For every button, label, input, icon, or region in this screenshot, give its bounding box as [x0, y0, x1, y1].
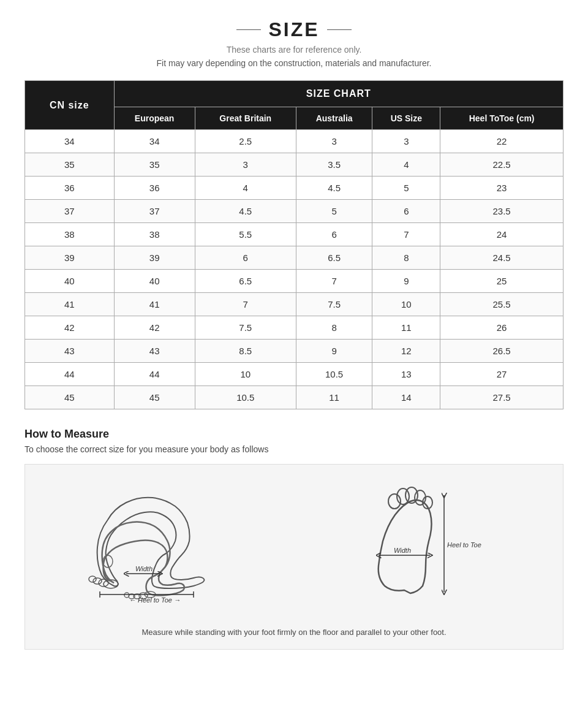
how-to-title: How to Measure — [24, 428, 564, 441]
size-cell: 11 — [372, 316, 440, 340]
size-chart-table: CN size SIZE CHART EuropeanGreat Britain… — [24, 80, 564, 409]
size-cell: 3.5 — [296, 153, 372, 177]
size-cell: 2.5 — [195, 130, 296, 153]
table-row: 454510.5111427.5 — [25, 386, 564, 409]
size-cell: 34 — [114, 130, 195, 153]
diagram-caption: Measure while standing with your foot fi… — [141, 628, 446, 637]
size-cell: 9 — [372, 270, 440, 293]
table-row: 37374.55623.5 — [25, 200, 564, 223]
col-header-1: Great Britain — [195, 107, 296, 130]
size-cell: 7.5 — [296, 293, 372, 316]
size-cell: 45 — [114, 386, 195, 409]
size-cell: 23 — [440, 177, 564, 200]
size-cell: 10.5 — [296, 363, 372, 386]
table-row: 43438.591226.5 — [25, 340, 564, 363]
size-cell: 6 — [195, 246, 296, 270]
subtitle1: These charts are for reference only. — [24, 45, 564, 55]
size-cell: 44 — [114, 363, 195, 386]
size-cell: 8 — [296, 316, 372, 340]
size-cell: 13 — [372, 363, 440, 386]
cn-size-cell: 40 — [25, 270, 115, 293]
col-header-0: European — [114, 107, 195, 130]
size-cell: 12 — [372, 340, 440, 363]
size-cell: 3 — [195, 153, 296, 177]
size-cell: 39 — [114, 246, 195, 270]
table-row: 363644.5523 — [25, 177, 564, 200]
size-cell: 4 — [195, 177, 296, 200]
size-cell: 7 — [372, 223, 440, 246]
size-cell: 22.5 — [440, 153, 564, 177]
size-cell: 24.5 — [440, 246, 564, 270]
cn-size-cell: 39 — [25, 246, 115, 270]
size-cell: 43 — [114, 340, 195, 363]
size-cell: 4.5 — [296, 177, 372, 200]
size-cell: 5.5 — [195, 223, 296, 246]
title-section: SIZE These charts are for reference only… — [24, 18, 564, 68]
size-cell: 27.5 — [440, 386, 564, 409]
size-cell: 6.5 — [296, 246, 372, 270]
size-cell: 5 — [372, 177, 440, 200]
size-cell: 35 — [114, 153, 195, 177]
col-header-2: Australia — [296, 107, 372, 130]
cn-size-cell: 36 — [25, 177, 115, 200]
size-cell: 9 — [296, 340, 372, 363]
size-cell: 10 — [195, 363, 296, 386]
title-line-left — [236, 29, 261, 30]
size-cell: 25 — [440, 270, 564, 293]
svg-point-3 — [89, 576, 96, 582]
size-cell: 7 — [296, 270, 372, 293]
col-header-4: Heel ToToe (cm) — [440, 107, 564, 130]
size-cell: 26.5 — [440, 340, 564, 363]
size-cell: 8 — [372, 246, 440, 270]
size-cell: 36 — [114, 177, 195, 200]
size-cell: 4.5 — [195, 200, 296, 223]
size-cell: 14 — [372, 386, 440, 409]
size-cell: 8.5 — [195, 340, 296, 363]
table-row: 393966.5824.5 — [25, 246, 564, 270]
cn-size-cell: 41 — [25, 293, 115, 316]
size-cell: 3 — [372, 130, 440, 153]
size-cell: 6 — [296, 223, 372, 246]
side-foot-diagram: Width ← Heel to Toe → — [80, 483, 252, 606]
size-cell: 6.5 — [195, 270, 296, 293]
size-cell: 41 — [114, 293, 195, 316]
top-foot-diagram: Width Heel to Toe — [337, 483, 508, 606]
svg-text:← Heel to Toe →: ← Heel to Toe → — [129, 596, 181, 604]
cn-size-cell: 34 — [25, 130, 115, 153]
size-cell: 4 — [372, 153, 440, 177]
size-cell: 3 — [296, 130, 372, 153]
size-cell: 11 — [296, 386, 372, 409]
side-foot-svg: Width ← Heel to Toe → — [80, 483, 252, 606]
size-cell: 7.5 — [195, 316, 296, 340]
cn-size-header: CN size — [25, 81, 115, 130]
size-cell: 26 — [440, 316, 564, 340]
how-to-description: To choose the correct size for you measu… — [24, 444, 564, 454]
table-row: 34342.53322 — [25, 130, 564, 153]
cn-size-cell: 38 — [25, 223, 115, 246]
svg-text:Width: Width — [394, 547, 411, 554]
table-row: 353533.5422.5 — [25, 153, 564, 177]
col-header-3: US Size — [372, 107, 440, 130]
table-row: 38385.56724 — [25, 223, 564, 246]
top-foot-svg: Width Heel to Toe — [337, 483, 508, 606]
cn-size-cell: 45 — [25, 386, 115, 409]
diagrams-row: Width ← Heel to Toe → — [37, 483, 551, 606]
size-cell: 23.5 — [440, 200, 564, 223]
size-cell: 42 — [114, 316, 195, 340]
cn-size-cell: 35 — [25, 153, 115, 177]
cn-size-cell: 44 — [25, 363, 115, 386]
how-to-measure-section: How to Measure To choose the correct siz… — [24, 428, 564, 650]
size-chart-header: SIZE CHART — [114, 81, 563, 107]
size-cell: 22 — [440, 130, 564, 153]
size-cell: 38 — [114, 223, 195, 246]
cn-size-cell: 43 — [25, 340, 115, 363]
size-cell: 40 — [114, 270, 195, 293]
page-title: SIZE — [268, 18, 319, 41]
size-cell: 37 — [114, 200, 195, 223]
title-line-right — [327, 29, 352, 30]
svg-text:Width: Width — [135, 565, 153, 572]
svg-text:Heel to Toe: Heel to Toe — [447, 541, 481, 549]
size-cell: 10 — [372, 293, 440, 316]
svg-point-2 — [93, 578, 102, 584]
diagram-box: Width ← Heel to Toe → — [24, 464, 564, 650]
